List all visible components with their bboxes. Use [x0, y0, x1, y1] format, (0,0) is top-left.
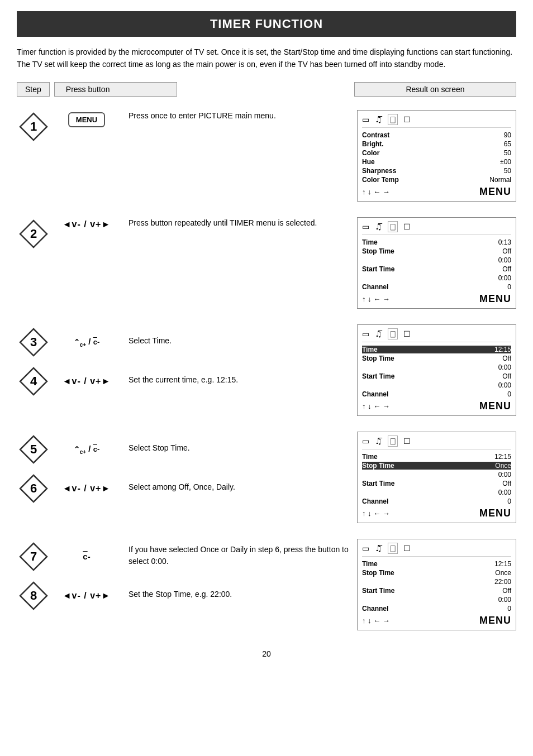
lock-icon: ☐	[403, 544, 411, 553]
tv-data-row: Start Time Off	[362, 265, 511, 273]
step-button-2: ◄v- / v+►	[50, 217, 123, 229]
tv-label: Time	[362, 238, 378, 246]
tv-arrows: ↑ ↓ ← →	[362, 509, 390, 518]
music-icon: ♫̅	[375, 222, 382, 231]
tv-arrows: ↑ ↓ ← →	[362, 616, 390, 625]
ch-button: ⌃c+ / c-	[74, 444, 100, 455]
clock-icon: ⎕	[388, 221, 398, 232]
tv-value: 0	[507, 605, 511, 613]
step-desc-4: Set the current time, e.g. 12:15.	[123, 374, 357, 386]
tv-value: Off	[502, 355, 511, 362]
page: TIMER FUNCTION Timer function is provide…	[0, 0, 533, 756]
header-press: Press button	[54, 82, 177, 97]
step-row-1: 1 MENU Press once to enter PICTURE main …	[17, 102, 516, 209]
tv-menu-bar: ↑ ↓ ← → MENU	[362, 508, 511, 519]
step-number-2: 2	[17, 217, 50, 248]
tv-menu-text: MENU	[479, 508, 511, 519]
tv-data-row: Stop Time Off	[362, 247, 511, 255]
step-button-3: ⌃c+ / c-	[50, 334, 123, 348]
step-button-4: ◄v- / v+►	[50, 374, 123, 386]
step-desc-1: Press once to enter PICTURE main menu.	[123, 110, 357, 122]
lock-icon: ☐	[403, 437, 411, 446]
step-button-7: c-	[50, 549, 123, 561]
tv-top-icons: ▭♫̅⎕☐	[362, 221, 511, 235]
step-number-8: 8	[17, 579, 50, 610]
tv-label: Start Time	[362, 587, 394, 595]
tv-menu-bar: ↑ ↓ ← → MENU	[362, 400, 511, 412]
step-result-7: ▭♫̅⎕☐ Time 12:15 Stop Time Once 22:00 St…	[357, 539, 516, 630]
tv-data-row: 0:00	[362, 274, 511, 282]
tv-data-row: 0:00	[362, 596, 511, 604]
tv-value: 0:00	[498, 256, 511, 264]
tv-arrows: ↑ ↓ ← →	[362, 295, 390, 303]
tv-icon: ▭	[362, 222, 369, 231]
tv-data-row: Hue ±00	[362, 158, 511, 166]
step-desc-8: Set the Stop Time, e.g. 22:00.	[123, 588, 357, 600]
music-icon: ♫̅	[375, 329, 382, 338]
tv-screen: ▭♫̅⎕☐ Time 12:15 Stop Time Once 22:00 St…	[357, 539, 516, 630]
step-button-1: MENU	[50, 110, 123, 127]
tv-data-row: Channel 0	[362, 605, 511, 613]
step-number-7: 7	[17, 540, 50, 571]
tv-value: 0:00	[498, 274, 511, 282]
clock-icon: ⎕	[388, 436, 398, 447]
tv-menu-bar: ↑ ↓ ← → MENU	[362, 615, 511, 626]
tv-label: Bright.	[362, 140, 384, 148]
tv-top-icons: ▭♫̅⎕☐	[362, 543, 511, 557]
tv-value: 0:00	[498, 363, 511, 371]
tv-label: Sharpness	[362, 167, 396, 175]
tv-value: 12:15	[494, 346, 511, 353]
tv-data-row: Time 12:15	[362, 560, 511, 568]
tv-data-row: Channel 0	[362, 390, 511, 398]
tv-value: 65	[504, 140, 511, 148]
clock-icon: ⎕	[388, 114, 398, 125]
page-title: TIMER FUNCTION	[17, 11, 516, 37]
tv-data-row: Stop Time Off	[362, 355, 511, 362]
tv-label: Channel	[362, 390, 388, 398]
tv-label: Channel	[362, 497, 388, 505]
tv-label: Channel	[362, 605, 388, 613]
tv-label: Time	[362, 453, 378, 461]
tv-menu-text: MENU	[479, 615, 511, 626]
tv-arrows: ↑ ↓ ← →	[362, 188, 390, 196]
tv-screen: ▭♫̅⎕☐ Time 12:15 Stop Time Once 0:00 Sta…	[357, 432, 516, 523]
vol-button: ◄v- / v+►	[63, 591, 111, 601]
tv-arrows: ↑ ↓ ← →	[362, 402, 390, 410]
step-number-4: 4	[17, 365, 50, 396]
tv-value: 0:00	[498, 381, 511, 389]
tv-value: 0:00	[498, 489, 511, 496]
step-number-1: 1	[17, 110, 50, 141]
tv-value: 0	[507, 497, 511, 505]
tv-label: Start Time	[362, 372, 394, 380]
lock-icon: ☐	[403, 115, 411, 124]
step-desc-5: Select Stop Time.	[123, 442, 357, 454]
tv-menu-text: MENU	[479, 186, 511, 198]
header-row: Step Press button Result on screen	[17, 82, 516, 97]
vol-button: ◄v- / v+►	[63, 219, 111, 229]
tv-menu-text: MENU	[479, 293, 511, 305]
tv-value: 0:13	[498, 238, 511, 246]
step-number-6: 6	[17, 472, 50, 503]
tv-data-row: 0:00	[362, 256, 511, 264]
tv-data-row: Time 12:15	[362, 346, 511, 353]
tv-value: 0	[507, 390, 511, 398]
tv-label: Contrast	[362, 131, 389, 139]
tv-data-row: Stop Time Once	[362, 569, 511, 577]
tv-data-row: 0:00	[362, 489, 511, 496]
step-number-3: 3	[17, 326, 50, 357]
tv-menu-text: MENU	[479, 400, 511, 412]
tv-label: Color	[362, 149, 379, 157]
tv-screen: ▭♫̅⎕☐ Time 0:13 Stop Time Off 0:00 Start…	[357, 217, 516, 309]
tv-value: Off	[502, 265, 511, 273]
tv-data-row: 0:00	[362, 363, 511, 371]
tv-label: Stop Time	[362, 247, 394, 255]
lock-icon: ☐	[403, 329, 411, 338]
tv-data-row: Bright. 65	[362, 140, 511, 148]
tv-data-row: Channel 0	[362, 497, 511, 505]
tv-value: Normal	[489, 176, 511, 184]
tv-value: Off	[502, 480, 511, 487]
tv-value: 0:00	[498, 596, 511, 604]
step-number-5: 5	[17, 433, 50, 464]
tv-label: Time	[362, 346, 378, 353]
tv-value: Once	[495, 462, 511, 470]
